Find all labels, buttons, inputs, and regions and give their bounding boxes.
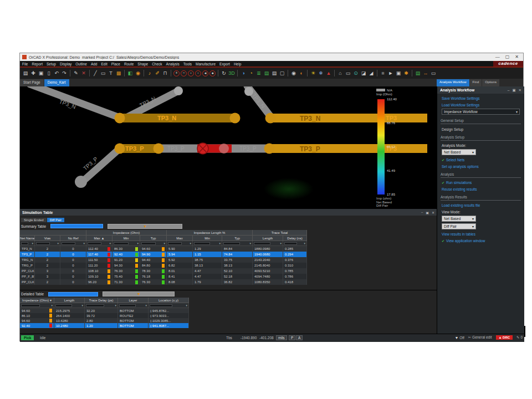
filter-cell[interactable]: ▾: [54, 303, 85, 308]
brightness-icon[interactable]: ☀: [309, 69, 317, 77]
filter-cell[interactable]: ▾: [193, 241, 222, 246]
via-icon[interactable]: ◉: [134, 69, 142, 77]
detail-progress-bar[interactable]: [48, 292, 98, 296]
pie-chart-icon[interactable]: ◔: [247, 69, 255, 77]
menu-help[interactable]: Help: [234, 62, 241, 66]
add-rect-icon[interactable]: ▭: [99, 69, 107, 77]
flame-icon[interactable]: ▲: [325, 69, 332, 77]
filter-input[interactable]: [86, 304, 104, 307]
workflow-select[interactable]: Net Based▾: [442, 216, 476, 222]
filter-cell[interactable]: ▾: [35, 241, 60, 246]
doc-report-icon[interactable]: ▤: [270, 69, 278, 77]
filter-input[interactable]: [88, 242, 101, 245]
menu-report[interactable]: Report: [32, 62, 43, 66]
p-toggle[interactable]: P: [289, 335, 295, 340]
menu-display[interactable]: Display: [60, 62, 71, 66]
filter-cell[interactable]: ▾: [283, 241, 307, 246]
table-row[interactable]: PP_F_BT30109.1075.4076.188.414.4752.1840…: [20, 274, 307, 279]
maximize-icon[interactable]: ▢: [505, 55, 510, 59]
route-icon[interactable]: ◧: [126, 69, 134, 77]
via[interactable]: [174, 86, 183, 95]
column-header[interactable]: Location (x,y): [149, 298, 189, 303]
doc-plain-icon[interactable]: ▢: [278, 69, 286, 77]
filter-input[interactable]: [119, 304, 136, 307]
pointer-icon[interactable]: ►: [387, 69, 395, 77]
redo-icon[interactable]: ↷: [60, 69, 68, 77]
zoom-points-icon[interactable]: ◦: [195, 70, 201, 76]
palette-icon[interactable]: ◐: [298, 69, 305, 77]
filter-input[interactable]: [62, 242, 75, 245]
summary-progress-bar[interactable]: [50, 224, 103, 228]
filter-input[interactable]: [168, 242, 182, 245]
units-box[interactable]: mils: [276, 335, 287, 340]
column-header[interactable]: Vias: [35, 236, 60, 241]
annotate[interactable]: ✎ 0: [516, 335, 523, 340]
chat-icon[interactable]: ▭: [429, 69, 437, 77]
filter-cell[interactable]: ▾: [86, 241, 112, 246]
hierarchy-icon[interactable]: ≡: [379, 69, 387, 77]
menu-file[interactable]: File: [22, 62, 28, 66]
table-row[interactable]: TRG_P20111.2094.3084.806.8238.1338.13214…: [20, 263, 307, 268]
menu-export[interactable]: Export: [219, 62, 230, 66]
save-icon[interactable]: ▤: [22, 69, 29, 77]
filter-input[interactable]: [254, 242, 270, 245]
filter-status[interactable]: ▼ Off: [455, 336, 464, 340]
table-row[interactable]: TP3_P20117.4092.4094.905.941.1574.841940…: [20, 252, 307, 257]
a-toggle[interactable]: A: [296, 335, 303, 340]
filter-input[interactable]: [223, 242, 240, 245]
delete-icon[interactable]: ▯: [45, 69, 53, 77]
zoom-world-icon[interactable]: ●: [209, 70, 216, 76]
filter-input[interactable]: [114, 242, 129, 245]
filter-cell[interactable]: ▾: [118, 303, 149, 308]
color-swatches-icon[interactable]: ▩: [115, 69, 122, 77]
workflow-link[interactable]: Set up analysis options: [442, 165, 520, 168]
menu-shape[interactable]: Shape: [137, 62, 148, 66]
menu-tools[interactable]: Tools: [183, 62, 192, 66]
column-header[interactable]: Trace Delay (ps): [85, 298, 118, 303]
column-header[interactable]: Max: [167, 236, 193, 241]
panel-close-icon[interactable]: ✕: [519, 88, 521, 93]
edit-icon[interactable]: ✎: [72, 69, 80, 77]
menu-check[interactable]: Check: [152, 62, 162, 66]
move-icon[interactable]: ✚: [29, 69, 37, 77]
eye-icon[interactable]: ◉: [290, 69, 298, 77]
slope-icon[interactable]: ◢: [367, 69, 375, 77]
zoom-in-icon[interactable]: +: [173, 70, 180, 76]
table-close-icon[interactable]: ✕: [432, 211, 434, 214]
doc-export-icon[interactable]: ▤: [263, 69, 270, 77]
column-header[interactable]: Min: [112, 236, 140, 241]
filter-input[interactable]: [284, 242, 297, 245]
pad[interactable]: [265, 113, 276, 124]
workflow-link[interactable]: Run simulations: [442, 181, 520, 185]
filter-input[interactable]: [36, 242, 50, 245]
gear-icon[interactable]: ✱: [402, 69, 410, 77]
workflow-select[interactable]: Diff Pair▾: [442, 223, 476, 229]
table-row[interactable]: 94.60215.297532.20BOTTOM(-945.8782...: [20, 308, 189, 313]
table-float-icon[interactable]: ▣: [426, 211, 429, 214]
tab-single-ended[interactable]: Single Ended: [21, 218, 47, 222]
filter-cell[interactable]: ▾: [140, 241, 167, 246]
filter-cell[interactable]: ▾: [149, 303, 189, 308]
table-row[interactable]: 94.6013.42802.80BOTTOM(-1029.3085...: [20, 318, 189, 323]
filter-input[interactable]: [150, 304, 172, 307]
workflow-link[interactable]: Select Nets: [442, 158, 520, 162]
tab-start-page[interactable]: Start Page: [20, 79, 44, 86]
workflow-select[interactable]: Net Based▾: [442, 149, 476, 155]
column-header[interactable]: Layer: [118, 298, 149, 303]
filter-input[interactable]: [21, 242, 28, 245]
table-collapse-icon[interactable]: –: [421, 211, 423, 214]
column-header[interactable]: Typ: [140, 236, 167, 241]
column-header[interactable]: Length: [253, 236, 283, 241]
zoom-previous-icon[interactable]: ◂: [202, 70, 208, 76]
filter-cell[interactable]: ▾: [253, 241, 283, 246]
workflow-link[interactable]: Load existing results file: [442, 203, 520, 207]
tab-find[interactable]: Find: [470, 79, 482, 86]
filter-cell[interactable]: ▾: [167, 241, 193, 246]
table-row[interactable]: TP3_N20112.4086.3094.605.901.2984.841880…: [20, 246, 307, 252]
display-window-icon[interactable]: ▭: [344, 69, 352, 77]
pad[interactable]: [154, 144, 164, 154]
drc-badge[interactable]: ▲ DRC: [496, 335, 513, 340]
menu-route[interactable]: Route: [124, 62, 134, 66]
tab-demo_kart[interactable]: Demo_Kart: [44, 79, 69, 86]
filter-cell[interactable]: ▾: [222, 241, 253, 246]
